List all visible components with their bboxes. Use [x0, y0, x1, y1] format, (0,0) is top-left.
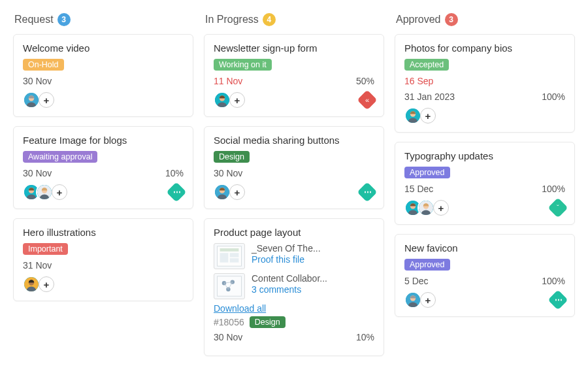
status-tag[interactable]: Working on it: [214, 59, 272, 71]
column-header: In Progress 4: [204, 13, 384, 26]
assignee-list: +: [404, 199, 449, 216]
svg-rect-17: [218, 276, 242, 296]
card-title: Photos for company bios: [404, 42, 565, 54]
add-assignee-button[interactable]: +: [420, 292, 436, 308]
card-title: Newsletter sign-up form: [214, 42, 374, 54]
add-assignee-button[interactable]: +: [420, 108, 436, 124]
task-card[interactable]: Welcome videoOn-Hold 30 Nov +: [13, 34, 193, 117]
avatar[interactable]: [404, 291, 421, 308]
column-count-badge: 4: [263, 13, 276, 26]
add-assignee-button[interactable]: +: [52, 184, 67, 200]
attachment-name: _Seven Of The...: [252, 243, 321, 254]
card-date: 30 Nov: [23, 168, 52, 178]
svg-rect-14: [220, 253, 229, 262]
assignee-list: +: [23, 276, 54, 293]
attachment-name: Content Collabor...: [252, 273, 327, 284]
kanban-column: Request 3Welcome videoOn-Hold 30 Nov +Fe…: [13, 13, 193, 365]
avatar[interactable]: [404, 107, 421, 124]
card-progress: 10%: [356, 332, 374, 342]
priority-icon[interactable]: ⋯: [547, 289, 568, 310]
status-tag[interactable]: Awaiting approval: [23, 151, 97, 163]
column-title: Request: [14, 14, 54, 25]
attachment[interactable]: Content Collabor... 3 comments: [214, 273, 374, 299]
assignee-list: +: [214, 91, 245, 108]
kanban-board: Request 3Welcome videoOn-Hold 30 Nov +Fe…: [13, 13, 575, 365]
add-assignee-button[interactable]: +: [433, 200, 449, 216]
assignee-list: +: [23, 184, 67, 201]
task-card[interactable]: Newsletter sign-up formWorking on it 11 …: [204, 34, 384, 117]
download-all-link[interactable]: Download all: [214, 303, 266, 314]
kanban-column: Approved 3Photos for company biosAccepte…: [395, 13, 575, 365]
avatar[interactable]: [417, 199, 434, 216]
card-progress: 50%: [356, 76, 374, 86]
priority-icon[interactable]: ˇ: [547, 197, 568, 218]
card-date: 30 Nov: [23, 76, 52, 86]
priority-icon[interactable]: ⋯: [357, 182, 377, 202]
status-tag[interactable]: Approved: [404, 259, 450, 271]
status-tag[interactable]: Approved: [404, 167, 450, 178]
column-count-badge: 3: [57, 13, 71, 26]
card-date-secondary: 31 Jan 2023: [404, 91, 455, 102]
card-progress: 100%: [542, 184, 565, 194]
add-assignee-button[interactable]: +: [39, 92, 54, 108]
status-tag[interactable]: On-Hold: [23, 59, 64, 71]
task-card[interactable]: Feature Image for blogsAwaiting approval…: [13, 126, 193, 209]
card-date: 11 Nov: [214, 76, 242, 86]
card-title: Social media sharing buttons: [214, 135, 374, 146]
add-assignee-button[interactable]: +: [229, 92, 245, 108]
priority-icon[interactable]: «: [357, 90, 377, 110]
assignee-list: +: [404, 107, 436, 124]
task-card[interactable]: New faviconApproved 5 Dec 100% +⋯: [395, 234, 575, 317]
card-title: Hero illustrations: [23, 227, 184, 238]
add-assignee-button[interactable]: +: [229, 184, 245, 200]
status-tag[interactable]: Important: [23, 243, 68, 255]
card-title: Feature Image for blogs: [23, 135, 184, 146]
assignee-list: +: [214, 184, 245, 201]
card-title: Typography updates: [404, 150, 565, 161]
card-date: 31 Nov: [23, 260, 52, 271]
card-id: #18056: [214, 317, 244, 327]
avatar[interactable]: [214, 91, 231, 108]
card-date: 5 Dec: [404, 276, 429, 286]
svg-rect-15: [230, 253, 239, 257]
task-card[interactable]: Product page layout _Seven Of The... Pro…: [204, 218, 384, 356]
column-header: Request 3: [13, 13, 193, 26]
assignee-list: +: [404, 291, 436, 308]
kanban-column: In Progress 4Newsletter sign-up formWork…: [204, 13, 384, 365]
column-header: Approved 3: [395, 13, 575, 26]
card-progress: 10%: [165, 168, 184, 178]
svg-rect-16: [230, 258, 239, 262]
card-date: 15 Dec: [404, 184, 433, 194]
card-date: 30 Nov: [214, 168, 242, 178]
card-progress: 100%: [542, 276, 565, 286]
column-count-badge: 3: [445, 13, 458, 26]
task-card[interactable]: Photos for company biosAccepted 16 Sep 3…: [395, 34, 575, 133]
priority-icon[interactable]: ⋯: [166, 182, 186, 202]
add-assignee-button[interactable]: +: [39, 276, 54, 292]
card-title: New favicon: [404, 242, 565, 254]
assignee-list: +: [23, 91, 54, 108]
card-date: 16 Sep: [404, 76, 433, 86]
task-card[interactable]: Hero illustrationsImportant 31 Nov +: [13, 218, 193, 301]
svg-rect-13: [220, 248, 239, 252]
attachment-thumbnail[interactable]: [214, 243, 245, 269]
avatar[interactable]: [23, 91, 40, 108]
status-tag[interactable]: Design: [250, 316, 286, 328]
column-title: Approved: [396, 14, 441, 25]
card-progress: 100%: [542, 91, 565, 102]
status-tag[interactable]: Accepted: [404, 59, 449, 71]
attachment[interactable]: _Seven Of The... Proof this file: [214, 243, 374, 269]
attachment-thumbnail[interactable]: [214, 273, 245, 299]
task-card[interactable]: Social media sharing buttonsDesign 30 No…: [204, 126, 384, 209]
card-title: Welcome video: [23, 42, 184, 54]
card-date: 30 Nov: [214, 332, 242, 342]
status-tag[interactable]: Design: [214, 151, 250, 163]
avatar[interactable]: [214, 184, 231, 201]
column-title: In Progress: [205, 14, 259, 25]
avatar[interactable]: [36, 184, 53, 201]
card-title: Product page layout: [214, 227, 374, 238]
attachment-action-link[interactable]: 3 comments: [252, 284, 327, 295]
task-card[interactable]: Typography updatesApproved 15 Dec 100% +…: [395, 142, 575, 225]
avatar[interactable]: [23, 276, 40, 293]
attachment-action-link[interactable]: Proof this file: [252, 254, 321, 265]
